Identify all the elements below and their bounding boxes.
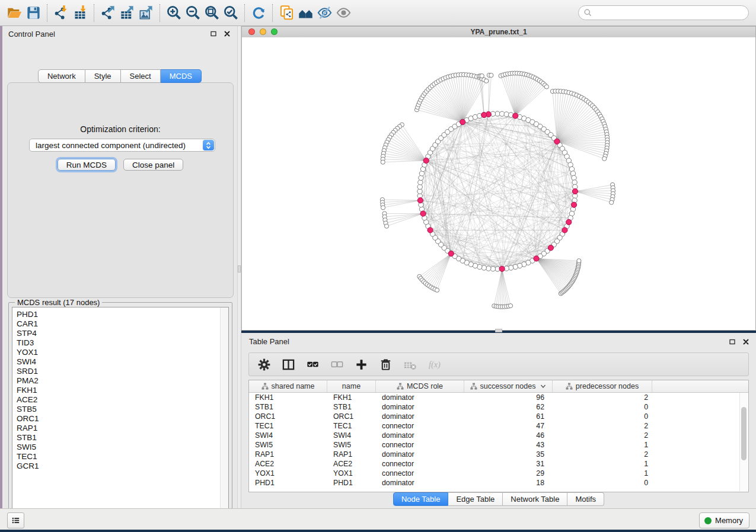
add-column-icon[interactable]: [353, 357, 369, 372]
zoom-out-icon[interactable]: [183, 4, 202, 23]
column-header-successor-nodes[interactable]: successor nodes: [464, 380, 553, 392]
mcds-network-node[interactable]: [554, 139, 560, 144]
table-row[interactable]: YOX1YOX1connector291: [249, 469, 748, 478]
mcds-result-item[interactable]: TEC1: [12, 452, 228, 462]
mcds-result-item[interactable]: SRD1: [12, 367, 228, 376]
network-node[interactable]: [381, 160, 385, 164]
first-neighbors-icon[interactable]: [296, 4, 315, 23]
network-node[interactable]: [418, 180, 423, 185]
tab-network-table[interactable]: Network Table: [503, 492, 567, 506]
mcds-result-item[interactable]: YOX1: [12, 348, 228, 357]
mcds-network-node[interactable]: [499, 266, 505, 271]
open-folder-icon[interactable]: [5, 4, 24, 23]
hide-selected-icon[interactable]: [315, 4, 334, 23]
mcds-result-item[interactable]: PHD1: [12, 307, 228, 319]
mcds-result-item[interactable]: FKH1: [12, 386, 228, 395]
network-canvas[interactable]: [242, 37, 755, 330]
gear-icon[interactable]: [256, 357, 272, 372]
zoom-selected-icon[interactable]: [221, 4, 240, 23]
mcds-network-node[interactable]: [571, 202, 576, 207]
refresh-icon[interactable]: [249, 4, 268, 23]
export-image-icon[interactable]: [136, 4, 155, 23]
tab-motifs[interactable]: Motifs: [567, 492, 604, 506]
horizontal-splitter-handle[interactable]: [495, 329, 502, 332]
delete-column-icon[interactable]: [378, 357, 393, 372]
select-all-icon[interactable]: [305, 357, 320, 372]
table-scrollbar[interactable]: [739, 393, 748, 491]
mcds-result-item[interactable]: STP4: [12, 329, 228, 338]
zoom-in-icon[interactable]: [164, 4, 183, 23]
show-all-icon[interactable]: [334, 4, 353, 23]
network-node[interactable]: [381, 206, 385, 210]
mcds-result-item[interactable]: TID3: [12, 338, 228, 348]
import-table-icon[interactable]: [71, 4, 90, 23]
import-network-icon[interactable]: [52, 4, 71, 23]
table-row[interactable]: PHD1PHD1dominator180: [249, 478, 748, 488]
network-node[interactable]: [509, 265, 513, 270]
table-row[interactable]: RAP1RAP1dominator352: [249, 450, 748, 459]
table-row[interactable]: ACE2ACE2connector311: [249, 459, 748, 469]
search-input[interactable]: [592, 8, 748, 18]
network-node[interactable]: [572, 175, 576, 180]
mcds-list-scrollbar[interactable]: [220, 307, 228, 520]
mcds-result-item[interactable]: ORC1: [12, 414, 228, 424]
network-node[interactable]: [486, 266, 491, 271]
table-row[interactable]: SWI5SWI5connector431: [249, 440, 748, 450]
close-panel-icon[interactable]: [222, 29, 231, 38]
criterion-dropdown[interactable]: largest connected component (undirected): [29, 139, 215, 152]
network-node[interactable]: [480, 73, 484, 78]
network-node[interactable]: [435, 288, 439, 292]
column-header-predecessor-nodes[interactable]: predecessor nodes: [553, 380, 652, 392]
search-box[interactable]: [578, 5, 749, 20]
mcds-network-node[interactable]: [566, 219, 572, 225]
mcds-result-item[interactable]: PMA2: [12, 376, 228, 386]
tab-node-table[interactable]: Node Table: [393, 492, 449, 506]
mcds-network-node[interactable]: [423, 158, 429, 164]
network-node[interactable]: [513, 264, 518, 269]
network-node[interactable]: [489, 73, 493, 77]
table-scrollbar-thumb[interactable]: [741, 407, 747, 460]
network-node[interactable]: [419, 175, 423, 180]
column-header-name[interactable]: name: [327, 380, 376, 392]
vertical-splitter[interactable]: [237, 26, 241, 508]
mcds-network-node[interactable]: [448, 251, 454, 256]
tab-style[interactable]: Style: [85, 69, 121, 83]
tab-network[interactable]: Network: [38, 69, 85, 83]
column-header-MCDS-role[interactable]: MCDS role: [376, 380, 464, 392]
network-node[interactable]: [481, 265, 486, 270]
tab-mcds[interactable]: MCDS: [161, 69, 202, 83]
mcds-network-node[interactable]: [417, 198, 423, 203]
zoom-fit-icon[interactable]: [202, 4, 221, 23]
memory-button[interactable]: Memory: [699, 512, 749, 528]
node-table[interactable]: shared namenameMCDS rolesuccessor nodesp…: [248, 380, 749, 492]
table-row[interactable]: FKH1FKH1dominator962: [249, 393, 748, 402]
network-node[interactable]: [570, 171, 575, 176]
mcds-network-node[interactable]: [420, 211, 426, 216]
network-node[interactable]: [508, 304, 512, 308]
deselect-all-icon[interactable]: [329, 357, 344, 372]
network-node[interactable]: [610, 200, 614, 204]
save-icon[interactable]: [24, 4, 43, 23]
mcds-result-list[interactable]: PHD1CAR1STP4TID3YOX1SWI4SRD1PMA2FKH1ACE2…: [12, 307, 229, 520]
mcds-result-item[interactable]: ACE2: [12, 395, 228, 405]
mcds-network-node[interactable]: [460, 119, 465, 124]
clone-network-icon[interactable]: [277, 4, 296, 23]
splitter-handle[interactable]: [238, 265, 241, 273]
mcds-result-item[interactable]: SWI5: [12, 443, 228, 452]
network-node[interactable]: [484, 79, 489, 83]
mcds-network-node[interactable]: [562, 227, 567, 233]
split-columns-icon[interactable]: [280, 357, 296, 372]
mcds-network-node[interactable]: [513, 113, 518, 118]
mcds-result-item[interactable]: GCR1: [12, 462, 228, 471]
network-node[interactable]: [577, 259, 581, 263]
mcds-result-item[interactable]: STB1: [12, 433, 228, 443]
mcds-result-item[interactable]: SWI4: [12, 357, 228, 367]
task-history-button[interactable]: [7, 512, 24, 528]
mcds-result-item[interactable]: STB5: [12, 405, 228, 414]
mcds-network-node[interactable]: [534, 256, 539, 261]
mcds-network-node[interactable]: [572, 188, 578, 194]
mcds-result-item[interactable]: RAP1: [12, 424, 228, 433]
table-row[interactable]: STB1STB1dominator620: [249, 402, 748, 412]
table-row[interactable]: SWI4SWI4dominator462: [249, 431, 748, 440]
table-row[interactable]: ORC1ORC1dominator610: [249, 412, 748, 421]
